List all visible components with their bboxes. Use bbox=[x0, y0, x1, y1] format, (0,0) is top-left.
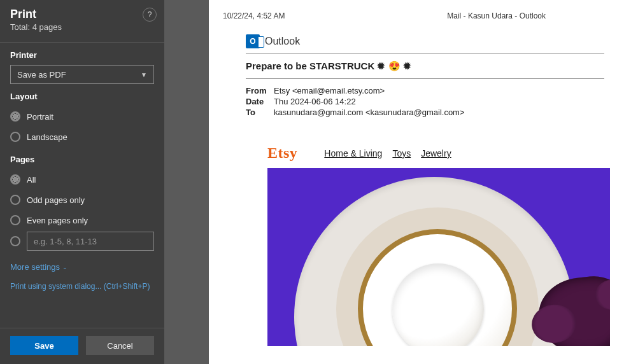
layout-label: Layout bbox=[10, 92, 154, 101]
etsy-logo: Etsy bbox=[267, 144, 297, 162]
meta-value: Thu 2024-06-06 14:22 bbox=[274, 97, 356, 106]
printer-selected: Save as PDF bbox=[17, 70, 66, 80]
printer-label: Printer bbox=[10, 50, 154, 60]
radio-all[interactable]: All bbox=[10, 169, 154, 190]
link-home-living[interactable]: Home & Living bbox=[324, 148, 382, 158]
radio-label: Portrait bbox=[27, 112, 53, 122]
radio-label: All bbox=[27, 175, 36, 185]
printer-dropdown[interactable]: Save as PDF ▼ bbox=[10, 65, 154, 84]
divider bbox=[246, 53, 604, 54]
radio-label: Even pages only bbox=[27, 216, 88, 225]
outlook-label: Outlook bbox=[265, 36, 300, 47]
meta-label: To bbox=[246, 108, 270, 117]
outlook-brand: O Outlook bbox=[246, 34, 617, 48]
preview-timestamp: 10/22/24, 4:52 AM bbox=[223, 11, 285, 20]
radio-landscape[interactable]: Landscape bbox=[10, 127, 154, 147]
pages-section: Pages All Odd pages only Even pages only bbox=[0, 147, 164, 251]
radio-icon bbox=[10, 111, 20, 122]
meta-label: Date bbox=[246, 97, 270, 106]
meta-value: Etsy <email@email.etsy.com> bbox=[274, 86, 385, 95]
hero-image bbox=[267, 168, 610, 346]
pages-label: Pages bbox=[10, 155, 154, 164]
meta-date: Date Thu 2024-06-06 14:22 bbox=[246, 96, 617, 107]
radio-custom-range[interactable] bbox=[10, 232, 154, 251]
radio-label: Odd pages only bbox=[27, 195, 85, 205]
meta-label: From bbox=[246, 86, 270, 95]
radio-odd[interactable]: Odd pages only bbox=[10, 190, 154, 210]
divider bbox=[246, 78, 604, 79]
preview-doctitle: Mail - Kasun Udara - Outlook bbox=[447, 11, 546, 20]
meta-value: kasunudara@gmail.com <kasunudara@gmail.c… bbox=[274, 108, 465, 117]
email-subject: Prepare to be STARSTRUCK ✹ 😍 ✹ bbox=[246, 60, 617, 72]
more-settings-link[interactable]: More settings ⌄ bbox=[0, 251, 164, 274]
preview-gutter bbox=[164, 0, 209, 364]
save-button[interactable]: Save bbox=[10, 336, 78, 355]
chevron-down-icon: ▼ bbox=[141, 71, 147, 78]
etsy-links: Home & Living Toys Jewelry bbox=[324, 148, 451, 158]
radio-icon bbox=[10, 195, 20, 205]
meta-to: To kasunudara@gmail.com <kasunudara@gmai… bbox=[246, 107, 617, 118]
preview-header: 10/22/24, 4:52 AM Mail - Kasun Udara - O… bbox=[223, 11, 617, 34]
layout-section: Layout Portrait Landscape bbox=[0, 84, 164, 147]
radio-even[interactable]: Even pages only bbox=[10, 210, 154, 230]
link-toys[interactable]: Toys bbox=[392, 148, 411, 158]
printer-section: Printer Save as PDF ▼ bbox=[0, 43, 164, 84]
subject-emoji: ✹ 😍 ✹ bbox=[377, 60, 411, 71]
system-dialog-link[interactable]: Print using system dialog... (Ctrl+Shift… bbox=[0, 274, 164, 291]
email-meta: From Etsy <email@email.etsy.com> Date Th… bbox=[246, 85, 617, 118]
pages-radiogroup: All Odd pages only Even pages only bbox=[10, 169, 154, 251]
page-range-input[interactable] bbox=[27, 232, 154, 251]
radio-portrait[interactable]: Portrait bbox=[10, 106, 154, 127]
panel-header: Print Total: 4 pages ? bbox=[0, 0, 164, 39]
subject-text: Prepare to be STARSTRUCK bbox=[246, 60, 377, 71]
radio-icon bbox=[10, 174, 20, 185]
print-panel: Print Total: 4 pages ? Printer Save as P… bbox=[0, 0, 164, 364]
etsy-nav: Etsy Home & Living Toys Jewelry bbox=[267, 144, 617, 162]
panel-footer: Save Cancel bbox=[0, 328, 164, 364]
panel-title: Print bbox=[10, 8, 154, 21]
radio-icon bbox=[10, 236, 20, 246]
radio-icon bbox=[10, 132, 20, 142]
cancel-button[interactable]: Cancel bbox=[86, 336, 154, 355]
chevron-down-icon: ⌄ bbox=[62, 264, 67, 270]
outlook-icon: O bbox=[246, 34, 260, 48]
print-preview: 10/22/24, 4:52 AM Mail - Kasun Udara - O… bbox=[209, 0, 617, 364]
radio-icon bbox=[10, 215, 20, 225]
meta-from: From Etsy <email@email.etsy.com> bbox=[246, 85, 617, 96]
radio-label: Landscape bbox=[27, 132, 67, 142]
layout-radiogroup: Portrait Landscape bbox=[10, 106, 154, 147]
panel-subtitle: Total: 4 pages bbox=[10, 22, 154, 32]
help-button[interactable]: ? bbox=[143, 8, 157, 22]
more-settings-label: More settings bbox=[10, 262, 60, 272]
link-jewelry[interactable]: Jewelry bbox=[421, 148, 451, 158]
